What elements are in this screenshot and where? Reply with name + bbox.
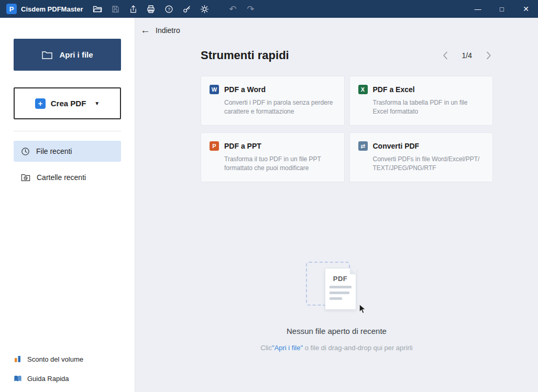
redo-icon[interactable]: ↷ bbox=[243, 2, 258, 16]
create-pdf-label: Crea PDF bbox=[51, 99, 86, 108]
card-pdf-to-excel[interactable]: X PDF a Excel Trasforma la tabella PDF i… bbox=[349, 76, 493, 126]
back-button[interactable]: ← Indietro bbox=[140, 25, 180, 35]
card-pdf-to-ppt[interactable]: P PDF a PPT Trasforma il tuo PDF in un f… bbox=[201, 132, 345, 182]
sidebar-item-recent-files[interactable]: File recenti bbox=[14, 141, 121, 162]
sidebar-item-label: File recenti bbox=[36, 147, 72, 155]
page-indicator: 1/4 bbox=[462, 51, 472, 60]
svg-text:?: ? bbox=[168, 6, 170, 12]
page-title: Strumenti rapidi bbox=[201, 49, 289, 62]
minimize-button[interactable]: — bbox=[466, 0, 490, 18]
save-icon[interactable] bbox=[108, 2, 123, 16]
register-key-icon[interactable] bbox=[179, 2, 194, 16]
tool-cards: W PDF a Word Converti i PDF in parola se… bbox=[201, 76, 493, 182]
card-title: Converti PDF bbox=[373, 142, 420, 150]
app-window: P Cisdem PDFMaster ? bbox=[0, 0, 538, 392]
sidebar-item-recent-folders[interactable]: Cartelle recenti bbox=[14, 167, 121, 188]
card-convert-pdf[interactable]: ⇄ Converti PDF Converti PDFs in file Wor… bbox=[349, 132, 493, 182]
folder-icon bbox=[41, 50, 53, 60]
prev-page-button[interactable] bbox=[441, 50, 449, 61]
subtitle-suffix: o file di drag-and-drop qui per aprirli bbox=[303, 344, 413, 352]
settings-icon[interactable] bbox=[197, 2, 212, 16]
pagination: 1/4 bbox=[441, 50, 493, 61]
quick-tools-section: Strumenti rapidi 1/4 W bbox=[201, 49, 493, 182]
back-label: Indietro bbox=[156, 26, 180, 35]
folder-clock-icon bbox=[21, 173, 30, 182]
empty-state-illustration: PDF bbox=[303, 261, 371, 313]
titlebar-toolbar: ? ↶ ↷ bbox=[90, 2, 258, 16]
quick-guide-label: Guida Rapida bbox=[27, 375, 69, 383]
sidebar: Apri i file + Crea PDF ▼ File recenti Ca… bbox=[0, 18, 135, 392]
volume-discount-label: Sconto del volume bbox=[27, 355, 83, 363]
text-line bbox=[330, 297, 342, 300]
pdf-label: PDF bbox=[325, 275, 356, 283]
app-title: Cisdem PDFMaster bbox=[21, 5, 83, 13]
undo-icon[interactable]: ↶ bbox=[225, 2, 240, 16]
chevron-down-icon: ▼ bbox=[94, 100, 100, 106]
text-line bbox=[330, 286, 352, 288]
window-controls: — □ ✕ bbox=[466, 0, 538, 18]
card-description: Converti PDFs in file Word/Excel/PPT/ TE… bbox=[373, 155, 485, 173]
app-logo-letter: P bbox=[9, 5, 14, 13]
sidebar-footer: Sconto del volume Guida Rapida bbox=[14, 355, 121, 383]
page-fold bbox=[350, 268, 356, 274]
sidebar-divider bbox=[14, 131, 121, 131]
create-pdf-icon: + bbox=[35, 98, 46, 109]
clock-icon bbox=[21, 147, 30, 156]
open-files-label: Apri i file bbox=[59, 50, 93, 59]
card-description: Trasforma la tabella PDF in un file Exce… bbox=[373, 98, 485, 117]
sidebar-item-label: Cartelle recenti bbox=[37, 173, 86, 182]
main-panel: ← Indietro Strumenti rapidi 1/4 bbox=[135, 18, 538, 392]
card-pdf-to-word[interactable]: W PDF a Word Converti i PDF in parola se… bbox=[201, 76, 345, 126]
card-description: Trasforma il tuo PDF in un file PPT form… bbox=[224, 155, 336, 173]
card-title: PDF a PPT bbox=[224, 142, 261, 150]
open-files-inline-link[interactable]: "Apri i file" bbox=[272, 344, 303, 352]
convert-icon: ⇄ bbox=[358, 141, 368, 151]
help-icon[interactable]: ? bbox=[161, 2, 176, 16]
card-title: PDF a Word bbox=[224, 85, 266, 94]
chevron-right-icon bbox=[486, 51, 492, 60]
cursor-icon bbox=[358, 305, 367, 314]
empty-state-title: Nessun file aperto di recente bbox=[287, 327, 387, 335]
quick-guide-link[interactable]: Guida Rapida bbox=[14, 375, 121, 383]
pdf-document-icon: PDF bbox=[325, 268, 356, 310]
card-title: PDF a Excel bbox=[373, 85, 415, 94]
card-description: Converti i PDF in parola senza perdere c… bbox=[224, 98, 336, 117]
book-icon bbox=[14, 375, 22, 383]
next-page-button[interactable] bbox=[485, 50, 493, 61]
empty-state: PDF Nessun file aperto di recente Clic"A… bbox=[135, 261, 538, 352]
create-pdf-button[interactable]: + Crea PDF ▼ bbox=[14, 87, 121, 119]
close-button[interactable]: ✕ bbox=[514, 0, 538, 18]
volume-discount-link[interactable]: Sconto del volume bbox=[14, 355, 121, 363]
open-file-icon[interactable] bbox=[90, 2, 105, 16]
share-icon[interactable] bbox=[126, 2, 140, 16]
app-logo: P bbox=[6, 4, 17, 14]
open-files-button[interactable]: Apri i file bbox=[14, 39, 121, 71]
volume-discount-icon bbox=[14, 355, 22, 363]
word-icon: W bbox=[210, 85, 219, 94]
print-icon[interactable] bbox=[144, 2, 158, 16]
app-body: Apri i file + Crea PDF ▼ File recenti Ca… bbox=[0, 18, 538, 392]
excel-icon: X bbox=[358, 85, 368, 94]
empty-state-subtitle: Clic"Apri i file" o file di drag-and-dro… bbox=[260, 344, 412, 352]
subtitle-prefix: Clic bbox=[260, 344, 272, 352]
text-line bbox=[330, 292, 349, 294]
back-arrow-icon: ← bbox=[140, 25, 150, 35]
titlebar: P Cisdem PDFMaster ? bbox=[0, 0, 538, 18]
maximize-button[interactable]: □ bbox=[490, 0, 514, 18]
chevron-left-icon bbox=[442, 51, 448, 60]
ppt-icon: P bbox=[210, 141, 219, 151]
